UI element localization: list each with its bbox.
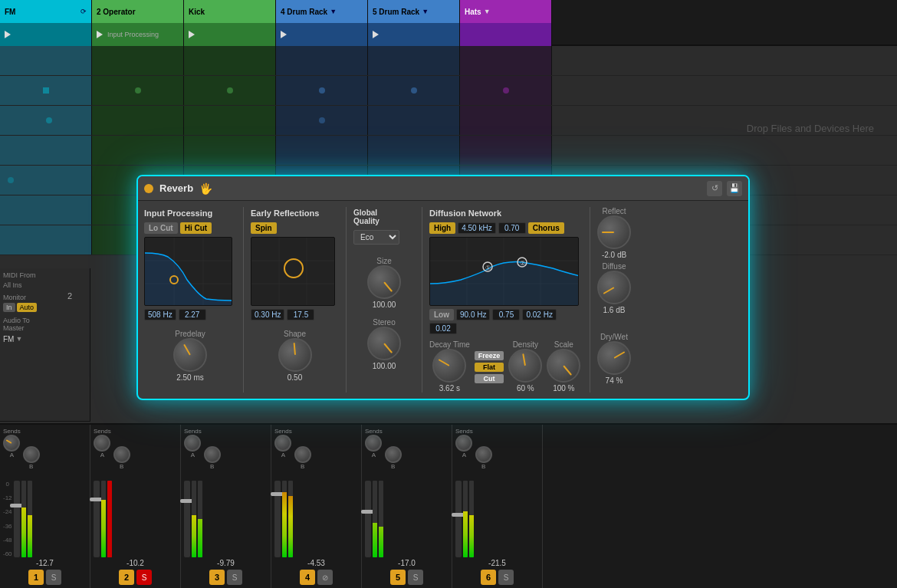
reverb-hand-icon: 🖐 [199,182,212,195]
ch5-send-a-knob[interactable] [365,435,382,452]
ch6-meter-r [469,481,474,557]
diff-q-value[interactable]: 0.70 [498,222,526,234]
ch4-send-a-knob[interactable] [274,435,291,452]
ch4-fader[interactable] [274,481,281,557]
ch3-send-b-knob[interactable] [204,446,221,463]
ch1-send-b-knob[interactable] [23,446,40,463]
monitor-label: Monitor [3,294,87,301]
ch3-s-btn[interactable]: S [227,570,242,585]
drywet-section: Dry/Wet 74 % [597,333,631,385]
midi-audio-panel: MIDI From All Ins Monitor In Auto Audio … [0,268,90,422]
reverb-save-btn[interactable]: 💾 [727,181,742,196]
monitor-in-btn[interactable]: In [3,303,15,312]
diff-right-freq[interactable]: 0.02 Hz [522,309,556,320]
density-knob[interactable] [508,349,542,383]
ch2-send-a-knob[interactable] [94,435,110,452]
ch6-send-a-knob[interactable] [455,435,472,452]
ch5-meter-r-fill [379,527,383,557]
shape-value: 0.50 [288,373,302,382]
ch6-s-btn[interactable]: S [498,570,514,585]
ch5-fader[interactable] [365,481,371,557]
input-freq-value[interactable]: 508 Hz [144,309,176,320]
kick-play-btn[interactable] [189,31,196,38]
drywet-label: Dry/Wet [597,333,631,341]
ch1-fader[interactable] [14,481,20,557]
early-amount-value[interactable]: 17.5 [287,309,314,320]
decay-knob[interactable] [432,349,466,383]
ch3-num-btn[interactable]: 3 [209,570,225,585]
diffuse-knob-container: 1.6 dB [597,271,631,314]
ch4-meter-r [288,481,293,557]
ch1-sends-label: Sends [3,428,21,435]
sep2 [346,207,347,393]
ch3-sends-label: Sends [184,428,202,435]
ch5-s-btn[interactable]: S [408,570,423,585]
predelay-knob[interactable] [173,338,207,372]
op-play-btn[interactable] [97,31,104,38]
track-row-1 [0,46,897,76]
hi-cut-btn[interactable]: Hi Cut [180,222,212,234]
midi-label: MIDI From [3,271,87,279]
ch2-s-btn[interactable]: S [136,570,152,585]
reverb-undo-btn[interactable]: ↺ [707,181,722,196]
fm-play-btn[interactable] [5,31,12,38]
low-btn[interactable]: Low [429,309,454,320]
spin-btn[interactable]: Spin [251,222,277,234]
ch2-fader[interactable] [94,481,100,557]
reflect-knob[interactable] [597,215,631,249]
ch5-meter-l [373,481,377,557]
ch2-num-btn[interactable]: 2 [119,570,134,585]
diff-right-val[interactable]: 0.02 [429,323,457,334]
ch4-send-b-knob[interactable] [294,446,311,463]
scale-knob[interactable] [547,349,580,383]
ch5-send-b-knob[interactable] [385,446,402,463]
ch6-num-btn[interactable]: 6 [481,570,496,585]
diffusion-network-section: Diffusion Network High 4.50 kHz 0.70 Cho… [429,207,583,393]
ch3-send-a-knob[interactable] [184,435,201,452]
diff-low-freq[interactable]: 90.0 Hz [456,309,490,320]
flat-btn[interactable]: Flat [475,363,504,372]
predelay-knob-container: 2.50 ms [144,338,236,382]
size-value: 100.00 [373,301,396,309]
ch5-sends: Sends A B [365,428,449,470]
diffuse-knob[interactable] [597,271,631,304]
monitor-auto-btn[interactable]: Auto [17,303,38,312]
ch1-meter-r [28,481,32,557]
early-freq-value[interactable]: 0.30 Hz [251,309,284,320]
input-processing-buttons: Lo Cut Hi Cut [144,222,236,234]
ch4-s-btn[interactable]: ⊘ [317,570,333,585]
ch5-num-btn[interactable]: 5 [390,570,406,585]
high-btn[interactable]: High [429,222,455,234]
audio-to-fm-label: FM [3,335,14,343]
size-knob[interactable] [367,265,401,299]
quality-select[interactable]: Eco High Ultra [353,230,399,245]
ch3-fader[interactable] [184,481,190,557]
ch2-send-b-knob[interactable] [113,446,130,463]
diff-freq-value[interactable]: 4.50 kHz [458,222,495,234]
drum4-play-btn[interactable] [281,31,288,38]
diffusion-display: ① ② [429,237,579,306]
ch6-fader[interactable] [455,481,462,557]
ch6-send-b-knob[interactable] [475,446,492,463]
lo-cut-btn[interactable]: Lo Cut [144,222,178,234]
ch2-send-b: B [113,446,130,470]
cut-btn[interactable]: Cut [475,374,504,383]
ch3-vol: -9.79 [184,559,268,567]
ch2-meter-r [107,481,112,557]
input-bw-value[interactable]: 2.27 [179,309,206,320]
drum5-play-btn[interactable] [373,31,380,38]
drywet-knob[interactable] [597,341,631,375]
ch1-s-btn[interactable]: S [46,570,61,585]
ch1-send-a-knob[interactable] [3,435,20,452]
stereo-knob[interactable] [367,327,401,360]
freeze-btn[interactable]: Freeze [475,351,504,360]
ch4-num-btn[interactable]: 4 [300,570,315,585]
reverb-power-btn[interactable] [144,184,153,193]
ch1-num-btn[interactable]: 1 [28,570,44,585]
track-col-drum4: 4 Drum Rack ▼ [276,0,368,44]
shape-knob[interactable] [278,338,312,372]
chorus-btn[interactable]: Chorus [528,222,564,234]
diff-low-q[interactable]: 0.75 [492,309,520,320]
input-eq-svg [145,238,232,306]
fm-icon: ⟳ [80,8,87,15]
